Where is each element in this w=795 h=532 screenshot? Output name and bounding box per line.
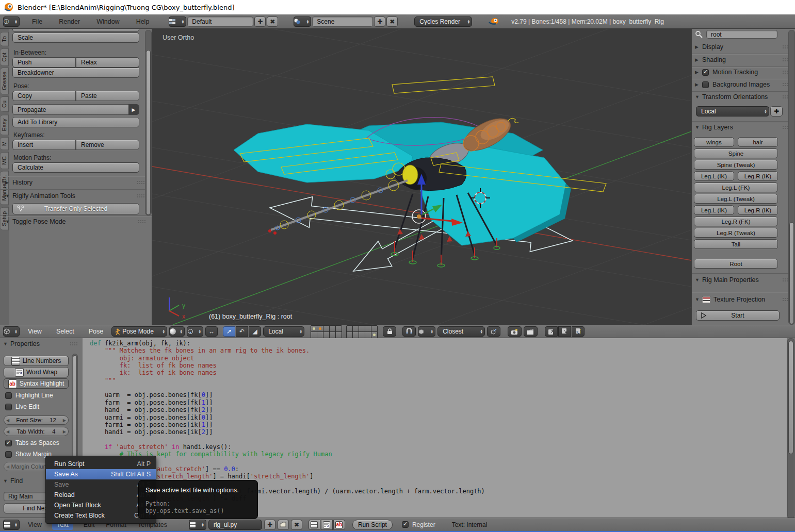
paste-pose-button[interactable]: Paste (76, 91, 139, 101)
rig-layer-leg-r-ik[interactable]: Leg.R (IK) (738, 171, 778, 181)
menu-window[interactable]: Window (95, 16, 120, 27)
panel-grip[interactable] (137, 194, 145, 198)
rig-layer-hair[interactable]: hair (738, 137, 778, 147)
unlink-text-button[interactable]: ✖ (291, 520, 302, 530)
motion-tracking-checkbox[interactable] (702, 69, 709, 76)
scrollbar-thumb[interactable] (788, 341, 793, 454)
lock-to-scene-button[interactable] (383, 326, 396, 337)
menu-render[interactable]: Render (58, 16, 81, 27)
propagate-submenu-arrow[interactable]: ▶ (128, 105, 139, 114)
menu-item-save-as[interactable]: Save AsShift Ctrl Alt S (46, 469, 156, 479)
menu-view[interactable]: View (27, 326, 43, 337)
viewport-3d[interactable]: y x User Ortho (61) boxy_butterfly_Rig :… (152, 29, 691, 325)
font-size-slider[interactable]: ◀Font Size:12▶ (4, 415, 69, 425)
viewport-shading-selector[interactable]: ▲▼ (169, 326, 185, 337)
menu-file[interactable]: File (31, 16, 43, 27)
layer-toggle[interactable] (330, 332, 335, 338)
code-scrollbar[interactable] (787, 338, 794, 519)
propagate-button[interactable]: Propagate ▶ (12, 104, 139, 115)
bone-name-field[interactable]: root (706, 30, 777, 39)
proportional-edit-button[interactable] (487, 326, 500, 337)
transform-orientation-select[interactable]: Local ▲▼ (263, 326, 304, 337)
breakdowner-button[interactable]: Breakdowner (12, 68, 139, 78)
panel-grip[interactable] (138, 220, 147, 224)
tool-shelf-scrollbar[interactable] (145, 30, 152, 215)
syntax-highlight-toggle[interactable]: abSyntax Highlight (4, 378, 69, 389)
toolshelf-tab-mc[interactable]: MC (1, 152, 9, 169)
register-checkbox[interactable] (402, 521, 409, 528)
rigify-panel-header[interactable]: ▼ Rigify Animation Tools (5, 192, 145, 200)
layer-toggle[interactable] (317, 332, 323, 338)
add-orientation-button[interactable]: ✚ (770, 106, 783, 117)
rig-layer-leg-l-ik[interactable]: Leg.L (IK) (694, 205, 734, 215)
scene-selector[interactable]: ▲▼ (294, 16, 311, 27)
editor-type-selector[interactable]: ▲▼ (3, 326, 20, 337)
rig-layer-leg-r-ik[interactable]: Leg.R (IK) (738, 205, 778, 215)
show-margin-checkbox[interactable] (5, 451, 12, 458)
panel-grip[interactable] (137, 180, 145, 185)
toggle-pose-mode-panel-header[interactable]: ▼ Toggle Pose Mode (5, 218, 147, 226)
tabs-as-spaces-checkbox[interactable] (5, 440, 12, 446)
copy-pose-button[interactable] (545, 326, 558, 337)
push-button[interactable]: Push (12, 57, 76, 68)
insert-keyframe-button[interactable]: Insert (12, 140, 76, 150)
snap-element-selector[interactable]: ▲▼ (418, 326, 435, 337)
line-numbers-toggle[interactable] (309, 520, 320, 530)
menu-select[interactable]: Select (55, 326, 75, 337)
layer-toggle[interactable] (365, 326, 371, 331)
live-edit-row[interactable]: Live Edit (5, 403, 39, 410)
menu-pose[interactable]: Pose (88, 326, 105, 337)
scrollbar-thumb[interactable] (146, 50, 151, 215)
layer-toggle[interactable] (371, 326, 377, 331)
background-images-checkbox[interactable] (702, 81, 709, 88)
render-engine-selector[interactable]: Cycles Render ▲▼ (414, 16, 472, 27)
toolshelf-tab-opt[interactable]: Opt (1, 48, 9, 66)
rig-layer-leg-l-ik[interactable]: Leg.L (IK) (694, 171, 734, 181)
layer-toggle[interactable] (347, 326, 352, 331)
transfer-only-selected-button[interactable]: Transfer Only Selected (12, 203, 139, 214)
layer-toggle[interactable] (311, 332, 317, 338)
rig-layer-leg-r-fk[interactable]: Leg.R (FK) (694, 217, 778, 226)
rig-main-properties-panel-header[interactable]: ▼Rig Main Properties (695, 276, 791, 284)
menu-item-run-script[interactable]: Run ScriptAlt P (46, 459, 156, 469)
rotate-manipulator-button[interactable]: ↶ (236, 326, 248, 337)
remove-keyframe-button[interactable]: Remove (76, 140, 139, 150)
rig-layers-panel-header[interactable]: ▼Rig Layers (695, 124, 791, 131)
display-panel-header[interactable]: ▶Display (695, 43, 791, 51)
layer-toggle[interactable] (365, 332, 371, 338)
toolshelf-tab-cu[interactable]: Cu (1, 96, 9, 112)
text-datablock-selector[interactable]: ▲▼ (189, 520, 206, 530)
layer-toggle[interactable] (353, 326, 359, 331)
snap-target-select[interactable]: Closest ▲▼ (437, 326, 485, 337)
scale-button[interactable]: Scale (12, 32, 139, 43)
word-wrap-toggle[interactable]: Word Wrap (4, 367, 69, 377)
layer-toggle[interactable] (323, 332, 329, 338)
pivot-point-selector[interactable]: ▲▼ (187, 326, 203, 337)
rig-layer-leg-l-fk[interactable]: Leg.L (FK) (694, 182, 778, 192)
syntax-highlight-toggle[interactable]: ab (333, 520, 345, 530)
shading-panel-header[interactable]: ▶Shading (695, 56, 791, 63)
tab-width-slider[interactable]: ◀Tab Width:4▶ (4, 427, 69, 436)
pivot-align-toggle[interactable]: ↔ (205, 326, 218, 337)
start-button[interactable]: Start (696, 310, 780, 321)
tabs-as-spaces-row[interactable]: Tabs as Spaces (5, 439, 59, 446)
run-script-button[interactable]: Run Script (352, 520, 393, 530)
menu-view[interactable]: View (27, 520, 43, 530)
text-name-field[interactable]: rig_ui.py (208, 520, 262, 530)
delete-scene-button[interactable]: ✖ (386, 16, 398, 27)
layer-toggle[interactable] (317, 326, 323, 331)
screen-layout-name-field[interactable]: Default (187, 16, 253, 27)
snap-toggle-button[interactable] (402, 326, 416, 337)
rotate-button[interactable]: Rotate (12, 29, 139, 32)
render-opengl-anim-button[interactable] (524, 326, 538, 337)
layer-toggle[interactable] (359, 326, 365, 331)
toolshelf-tab-easy[interactable]: Easy (1, 114, 9, 135)
layer-toggle[interactable] (336, 332, 342, 338)
editor-type-selector[interactable]: ▲▼ (3, 520, 20, 530)
paste-pose-button[interactable] (558, 326, 571, 337)
word-wrap-toggle[interactable] (321, 520, 333, 530)
rig-layer-wings[interactable]: wings (694, 137, 734, 147)
transform-orientations-panel-header[interactable]: ▼Transform Orientations (695, 93, 791, 101)
properties-panel-header[interactable]: ▼Properties (3, 340, 78, 347)
scrollbar-thumb[interactable] (789, 222, 794, 324)
